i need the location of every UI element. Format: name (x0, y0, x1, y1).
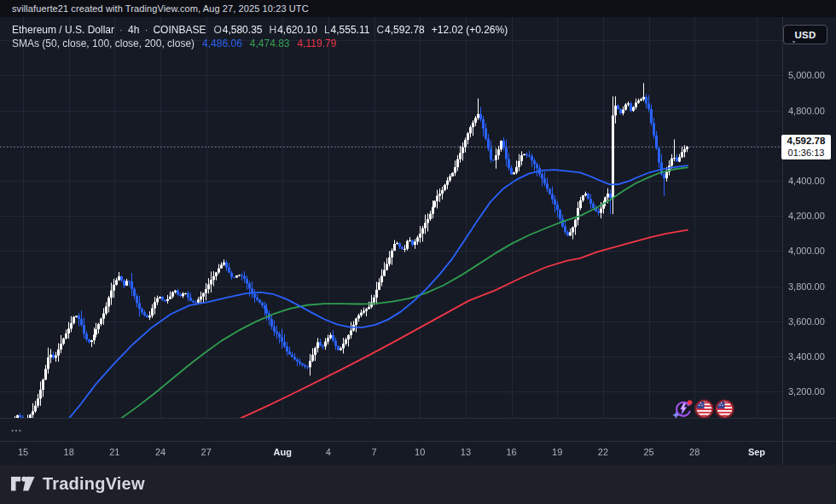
chart-canvas[interactable] (0, 0, 836, 504)
sma200-value: 4,119.79 (298, 38, 337, 49)
tradingview-logo-icon (10, 472, 36, 495)
exchange-label[interactable]: COINBASE (153, 24, 206, 36)
ohlc-high-value: 4,620.10 (277, 24, 317, 36)
time-axis-label: 7 (371, 447, 376, 457)
time-axis-label: Aug (273, 447, 291, 457)
attribution-bar: svillafuerte21 created with TradingView.… (0, 0, 836, 17)
us-flag-icon[interactable] (715, 399, 734, 422)
us-flag-icon[interactable] (694, 399, 714, 422)
time-axis-label: 27 (201, 447, 212, 457)
price-axis-label: 3,400.00 (788, 351, 825, 362)
price-axis-label: 4,200.00 (788, 211, 825, 221)
time-axis-label: 18 (64, 447, 74, 457)
time-axis-label: 19 (552, 447, 562, 457)
tradingview-logo[interactable]: TradingView (10, 472, 145, 495)
ohlc-high-key: H (269, 24, 276, 36)
time-axis-label: 28 (689, 447, 700, 457)
sma-legend-row: SMAs (50, close, 100, close, 200, close)… (12, 37, 508, 49)
time-axis-label: 22 (598, 447, 608, 457)
ohlc-open-key: O (213, 24, 221, 36)
legend-separator: · (119, 24, 123, 36)
tradingview-snapshot: svillafuerte21 created with TradingView.… (0, 0, 836, 504)
ohlc-open-value: 4,580.35 (223, 24, 263, 36)
footer-bar: TradingView (0, 465, 836, 504)
time-axis-label: 4 (326, 447, 331, 457)
change-label: +12.02 (+0.26%) (432, 24, 508, 36)
time-axis-label: 13 (461, 447, 471, 457)
sma50-value: 4,486.06 (202, 38, 242, 49)
sma100-value: 4,474.83 (250, 38, 290, 49)
current-price-tag: 4,592.78 01:36:13 (781, 135, 831, 159)
price-axis-label: 3,800.00 (788, 281, 825, 292)
price-axis-label: 4,000.00 (788, 246, 825, 256)
symbol-title[interactable]: Ethereum / U.S. Dollar (12, 24, 114, 36)
price-axis-label: 4,400.00 (788, 176, 825, 186)
time-axis-label: Sep (748, 447, 765, 457)
tradingview-logo-text: TradingView (43, 474, 145, 494)
time-axis-label: 21 (109, 447, 119, 457)
price-axis-label: 3,600.00 (788, 316, 825, 327)
symbol-legend-row: Ethereum / U.S. Dollar · 4h · COINBASE O… (12, 23, 508, 36)
bar-countdown: 01:36:13 (781, 148, 831, 159)
attribution-text: svillafuerte21 created with TradingView.… (12, 0, 309, 17)
price-axis-label: 4,800.00 (788, 106, 825, 116)
currency-toggle-button[interactable]: USD (783, 25, 827, 44)
axis-tick-dot (792, 41, 795, 43)
collapsed-pane-legend[interactable]: ... (11, 422, 22, 434)
ohlc-close-value: 4,592.78 (385, 24, 425, 36)
event-icons-group (672, 398, 735, 423)
price-axis-label: 5,000.00 (788, 70, 825, 80)
interval-label[interactable]: 4h (128, 24, 139, 36)
ohlc-low-key: L (324, 24, 330, 36)
current-price-value: 4,592.78 (781, 135, 831, 148)
time-axis-label: 16 (506, 447, 516, 457)
ai-spark-icon[interactable] (672, 398, 694, 423)
time-axis-label: 10 (415, 447, 425, 457)
time-axis-label: 15 (18, 447, 28, 457)
time-axis-label: 25 (643, 447, 653, 457)
time-axis-label: 24 (155, 447, 165, 457)
legend-separator: · (144, 24, 148, 36)
ohlc-close-key: C (376, 24, 384, 36)
ohlc-low-value: 4,555.11 (331, 24, 370, 36)
price-axis-label: 3,200.00 (788, 386, 825, 397)
sma-indicator-label[interactable]: SMAs (50, close, 100, close, 200, close) (12, 38, 194, 49)
chart-legend: Ethereum / U.S. Dollar · 4h · COINBASE O… (12, 23, 508, 49)
